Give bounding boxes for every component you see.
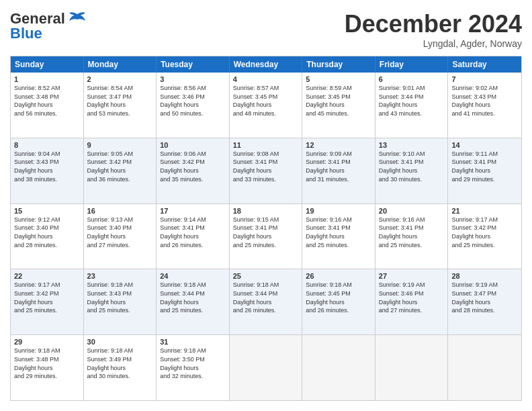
calendar-cell: 20 Sunrise: 9:16 AMSunset: 3:41 PMDaylig… [375, 204, 449, 269]
calendar-cell: 2 Sunrise: 8:54 AMSunset: 3:47 PMDayligh… [84, 73, 157, 138]
day-number: 13 [379, 141, 445, 149]
day-header-monday: Monday [84, 56, 157, 73]
cell-info: Sunrise: 9:19 AMSunset: 3:46 PMDaylight … [379, 281, 425, 314]
cell-info: Sunrise: 9:08 AMSunset: 3:41 PMDaylight … [233, 150, 279, 183]
calendar-cell: 6 Sunrise: 9:01 AMSunset: 3:44 PMDayligh… [375, 73, 449, 138]
calendar-cell: 19 Sunrise: 9:16 AMSunset: 3:41 PMDaylig… [302, 204, 375, 269]
calendar-cell: 11 Sunrise: 9:08 AMSunset: 3:41 PMDaylig… [230, 138, 303, 203]
day-number: 24 [160, 272, 226, 280]
day-header-tuesday: Tuesday [157, 56, 230, 73]
calendar-cell: 5 Sunrise: 8:59 AMSunset: 3:45 PMDayligh… [302, 73, 375, 138]
cell-info: Sunrise: 9:18 AMSunset: 3:50 PMDaylight … [160, 347, 206, 379]
cell-info: Sunrise: 9:15 AMSunset: 3:41 PMDaylight … [233, 216, 279, 248]
day-number: 16 [87, 207, 153, 215]
calendar-cell: 8 Sunrise: 9:04 AMSunset: 3:43 PMDayligh… [11, 138, 84, 203]
calendar-cell: 12 Sunrise: 9:09 AMSunset: 3:41 PMDaylig… [302, 138, 375, 203]
calendar-cell [448, 335, 521, 400]
cell-info: Sunrise: 9:18 AMSunset: 3:45 PMDaylight … [306, 281, 352, 314]
cell-info: Sunrise: 9:13 AMSunset: 3:40 PMDaylight … [87, 216, 134, 248]
calendar-cell: 9 Sunrise: 9:05 AMSunset: 3:42 PMDayligh… [84, 138, 157, 203]
calendar-cell: 30 Sunrise: 9:18 AMSunset: 3:49 PMDaylig… [84, 335, 157, 400]
day-number: 31 [160, 338, 226, 346]
day-number: 22 [14, 272, 80, 280]
cell-info: Sunrise: 9:04 AMSunset: 3:43 PMDaylight … [14, 150, 60, 183]
calendar-cell: 26 Sunrise: 9:18 AMSunset: 3:45 PMDaylig… [302, 269, 375, 334]
day-number: 18 [233, 207, 299, 215]
calendar-cell: 14 Sunrise: 9:11 AMSunset: 3:41 PMDaylig… [448, 138, 521, 203]
calendar-cell: 16 Sunrise: 9:13 AMSunset: 3:40 PMDaylig… [84, 204, 157, 269]
cell-info: Sunrise: 9:18 AMSunset: 3:49 PMDaylight … [87, 347, 134, 379]
day-number: 11 [233, 141, 299, 149]
day-number: 26 [306, 272, 371, 280]
cell-info: Sunrise: 9:02 AMSunset: 3:43 PMDaylight … [451, 85, 498, 117]
calendar-row-3: 15 Sunrise: 9:12 AMSunset: 3:40 PMDaylig… [11, 203, 521, 269]
calendar-cell: 28 Sunrise: 9:19 AMSunset: 3:47 PMDaylig… [448, 269, 521, 334]
cell-info: Sunrise: 9:16 AMSunset: 3:41 PMDaylight … [306, 216, 352, 248]
day-number: 28 [451, 272, 518, 280]
cell-info: Sunrise: 8:57 AMSunset: 3:45 PMDaylight … [233, 85, 279, 117]
cell-info: Sunrise: 8:59 AMSunset: 3:45 PMDaylight … [306, 85, 352, 117]
day-number: 17 [160, 207, 226, 215]
day-header-wednesday: Wednesday [230, 56, 303, 73]
calendar-cell: 18 Sunrise: 9:15 AMSunset: 3:41 PMDaylig… [230, 204, 303, 269]
cell-info: Sunrise: 9:18 AMSunset: 3:44 PMDaylight … [233, 281, 279, 314]
calendar-cell [375, 335, 449, 400]
day-number: 4 [233, 75, 299, 83]
cell-info: Sunrise: 8:54 AMSunset: 3:47 PMDaylight … [87, 85, 134, 117]
cell-info: Sunrise: 8:56 AMSunset: 3:46 PMDaylight … [160, 85, 206, 117]
calendar-header: SundayMondayTuesdayWednesdayThursdayFrid… [11, 56, 521, 73]
calendar-row-2: 8 Sunrise: 9:04 AMSunset: 3:43 PMDayligh… [11, 138, 521, 203]
calendar-cell: 21 Sunrise: 9:17 AMSunset: 3:42 PMDaylig… [448, 204, 521, 269]
logo-bird-icon [68, 11, 87, 26]
day-number: 29 [14, 338, 80, 346]
cell-info: Sunrise: 9:19 AMSunset: 3:47 PMDaylight … [451, 281, 498, 314]
cell-info: Sunrise: 9:11 AMSunset: 3:41 PMDaylight … [451, 150, 498, 183]
calendar-cell: 15 Sunrise: 9:12 AMSunset: 3:40 PMDaylig… [11, 204, 84, 269]
day-number: 7 [451, 75, 518, 83]
day-number: 15 [14, 207, 80, 215]
cell-info: Sunrise: 9:17 AMSunset: 3:42 PMDaylight … [451, 216, 498, 248]
day-number: 12 [306, 141, 371, 149]
calendar-cell: 31 Sunrise: 9:18 AMSunset: 3:50 PMDaylig… [157, 335, 230, 400]
cell-info: Sunrise: 9:09 AMSunset: 3:41 PMDaylight … [306, 150, 352, 183]
day-number: 3 [160, 75, 226, 83]
cell-info: Sunrise: 8:52 AMSunset: 3:48 PMDaylight … [14, 85, 60, 117]
day-number: 6 [379, 75, 445, 83]
cell-info: Sunrise: 9:18 AMSunset: 3:48 PMDaylight … [14, 347, 60, 379]
calendar-cell: 3 Sunrise: 8:56 AMSunset: 3:46 PMDayligh… [157, 73, 230, 138]
day-number: 10 [160, 141, 226, 149]
day-number: 2 [87, 75, 153, 83]
day-number: 21 [451, 207, 518, 215]
calendar-cell: 7 Sunrise: 9:02 AMSunset: 3:43 PMDayligh… [448, 73, 521, 138]
cell-info: Sunrise: 9:12 AMSunset: 3:40 PMDaylight … [14, 216, 60, 248]
day-number: 5 [306, 75, 371, 83]
day-number: 14 [451, 141, 518, 149]
calendar-cell [230, 335, 303, 400]
location-subtitle: Lyngdal, Agder, Norway [345, 38, 522, 49]
day-header-sunday: Sunday [11, 56, 84, 73]
calendar-row-1: 1 Sunrise: 8:52 AMSunset: 3:48 PMDayligh… [11, 73, 521, 138]
cell-info: Sunrise: 9:05 AMSunset: 3:42 PMDaylight … [87, 150, 134, 183]
cell-info: Sunrise: 9:06 AMSunset: 3:42 PMDaylight … [160, 150, 206, 183]
calendar-cell [302, 335, 375, 400]
cell-info: Sunrise: 9:14 AMSunset: 3:41 PMDaylight … [160, 216, 206, 248]
logo: General Blue [10, 10, 87, 42]
day-number: 27 [379, 272, 445, 280]
calendar-cell: 4 Sunrise: 8:57 AMSunset: 3:45 PMDayligh… [230, 73, 303, 138]
calendar-cell: 23 Sunrise: 9:18 AMSunset: 3:43 PMDaylig… [84, 269, 157, 334]
day-number: 23 [87, 272, 153, 280]
calendar-cell: 22 Sunrise: 9:17 AMSunset: 3:42 PMDaylig… [11, 269, 84, 334]
day-header-friday: Friday [375, 56, 449, 73]
day-number: 19 [306, 207, 371, 215]
cell-info: Sunrise: 9:01 AMSunset: 3:44 PMDaylight … [379, 85, 425, 117]
cell-info: Sunrise: 9:17 AMSunset: 3:42 PMDaylight … [14, 281, 60, 314]
calendar: SundayMondayTuesdayWednesdayThursdayFrid… [10, 56, 522, 401]
calendar-row-4: 22 Sunrise: 9:17 AMSunset: 3:42 PMDaylig… [11, 269, 521, 334]
calendar-cell: 17 Sunrise: 9:14 AMSunset: 3:41 PMDaylig… [157, 204, 230, 269]
calendar-cell: 27 Sunrise: 9:19 AMSunset: 3:46 PMDaylig… [375, 269, 449, 334]
calendar-body: 1 Sunrise: 8:52 AMSunset: 3:48 PMDayligh… [11, 73, 521, 400]
calendar-cell: 10 Sunrise: 9:06 AMSunset: 3:42 PMDaylig… [157, 138, 230, 203]
calendar-cell: 1 Sunrise: 8:52 AMSunset: 3:48 PMDayligh… [11, 73, 84, 138]
day-number: 1 [14, 75, 80, 83]
day-header-thursday: Thursday [302, 56, 375, 73]
